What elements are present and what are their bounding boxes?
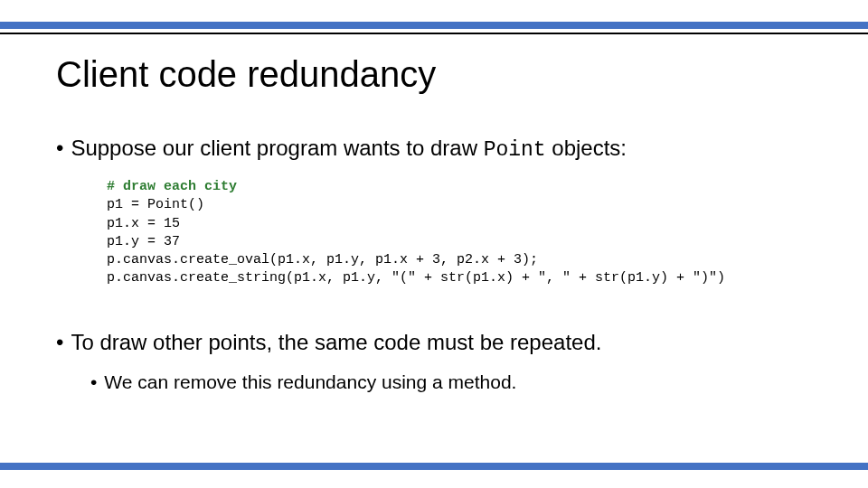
code-line-5: p.canvas.create_string(p1.x, p1.y, "(" +… <box>107 269 816 287</box>
bullet-repeat: • To draw other points, the same code mu… <box>56 330 816 355</box>
top-rule <box>0 33 868 34</box>
bottom-accent-bar <box>0 463 868 470</box>
inline-code-point: Point <box>484 138 546 162</box>
code-line-4: p.canvas.create_oval(p1.x, p1.y, p1.x + … <box>107 251 816 269</box>
code-line-3: p1.y = 37 <box>107 233 816 251</box>
code-block: # draw each cityp1 = Point()p1.x = 15p1.… <box>107 178 816 288</box>
bullet-suffix: objects: <box>546 136 627 160</box>
slide-title: Client code redundancy <box>56 54 436 95</box>
sub-bullet-method: • We can remove this redundancy using a … <box>90 371 816 393</box>
slide: Client code redundancy • Suppose our cli… <box>0 0 868 488</box>
bullet-dot-icon: • <box>56 330 63 355</box>
bullet-suppose: • Suppose our client program wants to dr… <box>56 136 816 162</box>
sub-bullet-text: We can remove this redundancy using a me… <box>104 371 516 393</box>
code-line-1: p1 = Point() <box>107 196 816 214</box>
slide-body: • Suppose our client program wants to dr… <box>56 136 816 393</box>
top-accent-bar <box>0 22 868 29</box>
bullet-dot-icon: • <box>90 371 97 393</box>
bullet-text: Suppose our client program wants to draw… <box>71 136 627 162</box>
bullet-dot-icon: • <box>56 136 63 162</box>
bullet-repeat-wrap: • To draw other points, the same code mu… <box>56 330 816 393</box>
bullet-prefix: Suppose our client program wants to draw <box>71 136 483 160</box>
code-comment: # draw each city <box>107 178 816 196</box>
bullet-repeat-text: To draw other points, the same code must… <box>71 330 601 355</box>
code-line-2: p1.x = 15 <box>107 215 816 233</box>
